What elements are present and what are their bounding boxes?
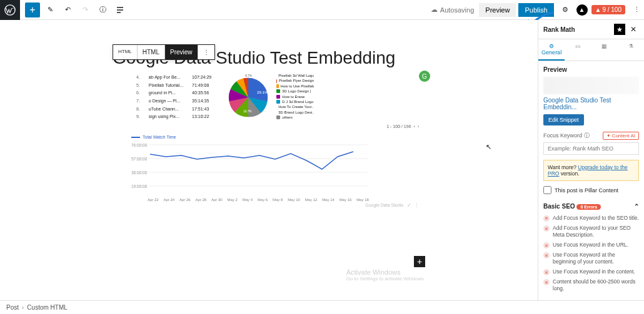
- info-icon[interactable]: ⓘ: [95, 2, 110, 17]
- seo-check-item: ✕Add Focus Keyword to the SEO title.: [543, 215, 639, 222]
- ds-footer: Google Data Studio ⤢ ⋮: [131, 203, 419, 208]
- edit-snippet-button[interactable]: Edit Snippet: [543, 114, 584, 125]
- undo-icon[interactable]: ↶: [60, 2, 75, 17]
- table-row: 6.ground in Pi...40:35:56: [133, 90, 215, 97]
- seo-check-item: ✕Add Focus Keyword to your SEO Meta Desc…: [543, 225, 639, 238]
- table-row: 7.o Design — Pi...35:14:35: [133, 98, 215, 105]
- score-badge[interactable]: ▲ 9 / 100: [591, 5, 626, 14]
- snippet-title-link[interactable]: Google Data Studio Test Embeddin...: [543, 97, 639, 110]
- chevron-up-icon: ⌃: [634, 203, 639, 210]
- grammarly-icon[interactable]: G: [419, 71, 430, 82]
- tab-schema[interactable]: ▭: [565, 39, 591, 61]
- data-table: 4.ab App For Be...107:24:295.Pixellab Tu…: [131, 73, 216, 122]
- cursor-icon: ↖: [486, 143, 491, 151]
- add-block-inline[interactable]: +: [414, 256, 425, 267]
- legend-item: D J 3d Brand Logo: [276, 99, 314, 104]
- block-toolbar: HTML HTML Preview ⋮: [113, 44, 215, 60]
- table-row: 4.ab App For Be...107:24:29: [133, 74, 215, 81]
- legend-item: others: [276, 115, 314, 120]
- add-block-button[interactable]: +: [25, 2, 40, 17]
- breadcrumb-bar: Post › Custom HTML: [0, 300, 644, 314]
- snippet-preview-blurred: [543, 77, 639, 94]
- pie-legend: Pixellab 3d Wall LogoPixellab Flyer Desi…: [276, 73, 314, 120]
- seo-check-item: ✕Content should be 600-2500 words long.: [543, 278, 639, 292]
- svg-text:16.7%: 16.7%: [243, 110, 251, 113]
- content-ai-button[interactable]: ✦ Content AI: [603, 132, 639, 140]
- table-pager[interactable]: 1 - 100 / 196 ‹ ›: [131, 124, 419, 129]
- preview-heading: Preview: [543, 66, 639, 73]
- autosave-status: ☁ Autosaving: [431, 6, 474, 14]
- rankmath-icon[interactable]: ▲: [576, 4, 588, 16]
- tab-general[interactable]: ⚙ General: [538, 39, 565, 61]
- html-tab[interactable]: HTML: [138, 45, 165, 59]
- wordpress-logo[interactable]: [0, 0, 20, 20]
- close-icon[interactable]: ✕: [628, 25, 639, 34]
- svg-text:8.7%: 8.7%: [246, 74, 253, 77]
- embed-preview: G 4.ab App For Be...107:24:295.Pixellab …: [131, 73, 419, 208]
- svg-text:76:00:00: 76:00:00: [131, 143, 148, 147]
- basic-seo-accordion[interactable]: Basic SEO 6 Errors ⌃: [543, 200, 639, 212]
- svg-text:38:00:00: 38:00:00: [131, 170, 148, 175]
- legend-item: How To Create Your...: [276, 104, 314, 109]
- line-chart: Total Watch Time 76:00:0057:00:0038:00:0…: [131, 135, 369, 202]
- focus-keyword-input[interactable]: [543, 142, 639, 155]
- table-row: 8.uTube Chann...17:51:43: [133, 106, 215, 113]
- outline-icon[interactable]: [113, 2, 128, 17]
- windows-watermark: Activate WindowsGo to Settings to activa…: [346, 268, 425, 282]
- sidebar-title: Rank Math: [543, 26, 575, 33]
- pillar-checkbox[interactable]: This post is Pillar Content: [543, 186, 639, 194]
- redo-icon[interactable]: ↷: [78, 2, 93, 17]
- table-row: 9.sign using Pix...13:10:22: [133, 114, 215, 120]
- block-type-icon[interactable]: HTML: [113, 45, 138, 59]
- focus-keyword-label: Focus Keyword ⓘ: [543, 132, 590, 140]
- seo-check-item: ✕Use Focus Keyword in the URL.: [543, 242, 639, 248]
- crumb-block[interactable]: Custom HTML: [27, 304, 67, 311]
- tab-advanced[interactable]: ⚗: [618, 39, 644, 61]
- tab-social[interactable]: ▦: [591, 39, 618, 61]
- seo-check-item: ✕Use Focus Keyword at the beginning of y…: [543, 252, 639, 265]
- svg-text:29.1%: 29.1%: [257, 90, 268, 94]
- seo-check-item: ✕Use Focus Keyword in the content.: [543, 268, 639, 275]
- svg-text:57:00:00: 57:00:00: [131, 157, 148, 161]
- legend-item: 3D Brand Logo Desi...: [276, 110, 314, 115]
- legend-item: Pixellab 3d Wall Logo: [276, 73, 314, 78]
- more-menu-icon[interactable]: ⋮: [629, 2, 644, 17]
- legend-item: 3D Logo Design |: [276, 89, 314, 94]
- block-more-icon[interactable]: ⋮: [198, 45, 214, 59]
- cloud-icon: ☁: [431, 6, 438, 14]
- crumb-post[interactable]: Post: [6, 304, 19, 311]
- settings-icon[interactable]: ⚙: [558, 2, 573, 17]
- legend-item: How to Use Pixellab: [276, 84, 314, 89]
- publish-button[interactable]: Publish: [518, 3, 553, 17]
- legend-item: How to Erase: [276, 94, 314, 99]
- preview-button[interactable]: Preview: [479, 3, 516, 17]
- preview-tab[interactable]: Preview: [165, 45, 198, 59]
- svg-text:19:00:00: 19:00:00: [131, 184, 148, 189]
- pie-chart: 29.1% 8.7% 16.7%: [224, 73, 273, 122]
- legend-item: Pixellab Flyer Design: [276, 78, 314, 83]
- star-icon[interactable]: ★: [614, 24, 625, 35]
- edit-icon[interactable]: ✎: [43, 2, 58, 17]
- table-row: 5.Pixellab Tutorial...71:49:08: [133, 82, 215, 89]
- upgrade-notice: Want more? Upgrade today to the PRO vers…: [543, 160, 639, 181]
